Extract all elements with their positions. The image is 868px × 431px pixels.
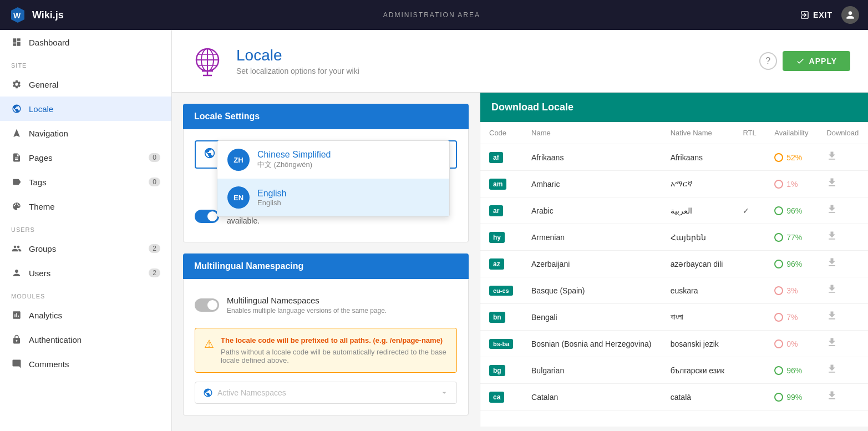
download-locale-table-container: Code Name Native Name RTL Availability D… — [480, 122, 868, 410]
sidebar-item-navigation[interactable]: Navigation — [0, 121, 171, 145]
header-actions: ? APPLY — [759, 51, 850, 71]
locale-download-cell — [818, 251, 868, 277]
sidebar-item-analytics[interactable]: Analytics — [0, 303, 171, 327]
apply-check-icon — [796, 57, 805, 65]
rtl-check-icon: ✓ — [743, 206, 749, 215]
sidebar-item-locale[interactable]: Locale — [0, 97, 171, 121]
download-button[interactable] — [826, 150, 837, 164]
account-icon — [845, 9, 856, 21]
apply-button[interactable]: APPLY — [783, 51, 850, 71]
users-section-label: Users — [0, 219, 171, 236]
avail-circle-icon — [774, 153, 783, 162]
exit-button[interactable]: EXIT — [800, 10, 833, 20]
download-icon — [826, 310, 837, 321]
locale-native-cell: català — [662, 384, 734, 410]
locale-availability-cell: 96% — [765, 251, 818, 277]
sidebar-item-navigation-label: Navigation — [29, 129, 68, 138]
locale-rtl-cell — [734, 331, 765, 357]
authentication-icon — [11, 334, 22, 345]
sidebar-item-users-label: Users — [29, 268, 50, 278]
locale-availability-cell: 0% — [765, 331, 818, 357]
download-button[interactable] — [826, 390, 837, 404]
modules-section-label: Modules — [0, 285, 171, 303]
locale-code-cell: ca — [480, 384, 522, 410]
avail-pct-text: 7% — [786, 313, 798, 322]
lang-code-badge: af — [489, 152, 503, 163]
theme-icon — [11, 201, 22, 212]
locale-native-cell: bosanski jezik — [662, 331, 734, 357]
download-button[interactable] — [826, 177, 837, 191]
sidebar-item-users[interactable]: Users 2 — [0, 261, 171, 285]
download-button[interactable] — [826, 257, 837, 271]
col-rtl: RTL — [734, 122, 765, 144]
page-subtitle: Set localization options for your wiki — [236, 67, 748, 75]
comments-icon — [11, 358, 22, 369]
page-header-text: Locale Set localization options for your… — [236, 47, 748, 75]
analytics-icon — [11, 310, 22, 321]
sidebar-item-theme-label: Theme — [29, 202, 55, 211]
sidebar-item-locale-label: Locale — [29, 104, 53, 114]
locale-rtl-cell — [734, 251, 765, 277]
download-button[interactable] — [826, 337, 837, 351]
locale-rtl-cell — [734, 224, 765, 251]
table-row: eu-esBasque (Spain)euskara3% — [480, 277, 868, 304]
locale-name-cell: Basque (Spain) — [522, 277, 662, 304]
lang-code-badge: eu-es — [489, 286, 513, 296]
locale-availability-cell: 96% — [765, 357, 818, 384]
sidebar-item-authentication-label: Authentication — [29, 335, 82, 344]
download-button[interactable] — [826, 230, 837, 244]
locale-code-cell: ar — [480, 197, 522, 224]
sidebar-item-comments[interactable]: Comments — [0, 352, 171, 376]
warning-text: The locale code will be prefixed to all … — [221, 336, 448, 364]
sidebar-item-theme[interactable]: Theme — [0, 194, 171, 219]
download-button[interactable] — [826, 204, 837, 217]
table-row: bgBulgarianбългарски език96% — [480, 357, 868, 384]
locale-native-cell: አማርኛ — [662, 171, 734, 197]
locale-settings-body: ZH Chinese Simplified 中文 (Zhōngwén) EN — [183, 129, 469, 242]
locale-icon — [11, 103, 22, 114]
table-row: bnBengaliবাংলা7% — [480, 304, 868, 331]
sidebar-item-dashboard[interactable]: Dashboard — [0, 30, 171, 54]
tags-icon — [11, 176, 22, 187]
locale-code-cell: af — [480, 144, 522, 171]
zh-option-name: Chinese Simplified — [257, 150, 331, 160]
locale-download-cell — [818, 277, 868, 304]
multilingual-toggle-row: .toggle-off::after { left: 3px; right: a… — [195, 290, 457, 320]
table-row: amAmharicአማርኛ1% — [480, 171, 868, 197]
locale-code-cell: am — [480, 171, 522, 197]
sidebar-item-general[interactable]: General — [0, 72, 171, 97]
help-button[interactable]: ? — [759, 52, 777, 70]
download-icon — [826, 363, 837, 374]
multilingual-toggle[interactable]: .toggle-off::after { left: 3px; right: a… — [195, 298, 219, 312]
sidebar-item-pages[interactable]: Pages 0 — [0, 145, 171, 170]
account-button[interactable] — [841, 6, 859, 24]
locale-availability-cell: 1% — [765, 171, 818, 197]
download-button[interactable] — [826, 310, 837, 324]
topbar-left: W Wiki.js — [9, 6, 64, 24]
locale-option-en[interactable]: EN English English — [217, 179, 449, 216]
multilingual-header: Multilingual Namespacing — [183, 253, 469, 279]
locale-option-zh[interactable]: ZH Chinese Simplified 中文 (Zhōngwén) — [217, 141, 449, 179]
avail-circle-icon — [774, 339, 783, 348]
download-icon — [826, 283, 837, 295]
multilingual-toggle-sub: Enables multiple language versions of th… — [227, 307, 387, 315]
locale-availability-cell: 96% — [765, 197, 818, 224]
en-option-native: English — [257, 199, 286, 207]
sidebar-item-tags[interactable]: Tags 0 — [0, 170, 171, 194]
active-namespaces-field[interactable]: Active Namespaces — [195, 382, 457, 404]
pages-icon — [11, 152, 22, 163]
en-option-text: English English — [257, 189, 286, 207]
locale-native-cell: Հայերեն — [662, 224, 734, 251]
auto-update-toggle[interactable] — [195, 210, 219, 223]
zh-option-text: Chinese Simplified 中文 (Zhōngwén) — [257, 150, 331, 170]
warning-icon: ⚠ — [204, 337, 214, 364]
download-button[interactable] — [826, 283, 837, 297]
download-icon — [826, 150, 837, 161]
download-button[interactable] — [826, 363, 837, 377]
sidebar-item-authentication[interactable]: Authentication — [0, 327, 171, 352]
sidebar-item-groups[interactable]: Groups 2 — [0, 236, 171, 261]
locale-download-cell — [818, 357, 868, 384]
locale-download-cell — [818, 331, 868, 357]
exit-label: EXIT — [813, 11, 833, 19]
table-row: arArabicالعربية✓96% — [480, 197, 868, 224]
